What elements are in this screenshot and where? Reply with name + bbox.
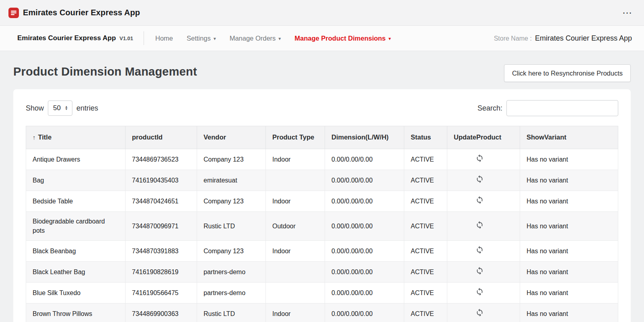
navbar-brand: Emirates Courier Express App <box>17 34 116 42</box>
cell-title: Bag <box>26 170 126 191</box>
table-row: Biodegradable cardboard pots 73448700969… <box>26 212 618 240</box>
cell-product-type: Indoor <box>266 240 325 261</box>
chevron-down-icon: ▾ <box>389 36 391 41</box>
cell-vendor: partners-demo <box>197 261 266 282</box>
chevron-down-icon: ▾ <box>214 36 216 41</box>
sync-icon[interactable] <box>475 154 484 162</box>
cell-product-id: 7344870424651 <box>126 191 197 211</box>
column-header-update-product[interactable]: UpdateProduct <box>447 126 520 149</box>
sync-icon[interactable] <box>475 196 484 204</box>
cell-dimension: 0.00/0.00/0.00 <box>325 261 404 282</box>
cell-update-product <box>447 240 520 261</box>
nav-item-home[interactable]: Home <box>155 35 173 42</box>
products-table: ↑Title productId Vendor Product Type Dim… <box>26 126 618 322</box>
cell-product-id: 7344870391883 <box>126 240 197 261</box>
column-header-product-type[interactable]: Product Type <box>266 126 325 149</box>
cell-dimension: 0.00/0.00/0.00 <box>325 240 404 261</box>
cell-update-product <box>447 149 520 170</box>
column-header-dimension[interactable]: Dimension(L/W/H) <box>325 126 404 149</box>
column-header-status[interactable]: Status <box>404 126 447 149</box>
nav-item-settings[interactable]: Settings ▾ <box>187 35 216 42</box>
cell-dimension: 0.00/0.00/0.00 <box>325 170 404 191</box>
overflow-menu-icon[interactable]: ⋯ <box>620 6 634 19</box>
cell-show-variant: Has no variant <box>520 212 618 240</box>
nav-item-manage-product-dimensions[interactable]: Manage Product Dimensions ▾ <box>294 35 391 42</box>
cell-dimension: 0.00/0.00/0.00 <box>325 282 404 303</box>
sync-icon[interactable] <box>475 221 484 229</box>
search-control: Search: <box>477 100 618 116</box>
main-content: Product Dimension Management Click here … <box>0 64 644 322</box>
cell-product-type <box>266 170 325 191</box>
nav-divider <box>144 31 144 45</box>
cell-product-type: Indoor <box>266 191 325 211</box>
cell-title: Black Beanbag <box>26 240 126 261</box>
cell-show-variant: Has no variant <box>520 240 618 261</box>
app-title: Emirates Courier Express App <box>23 8 140 17</box>
cell-status: ACTIVE <box>404 191 447 211</box>
cell-vendor: emiratesuat <box>197 170 266 191</box>
cell-update-product <box>447 304 520 322</box>
sync-icon[interactable] <box>475 175 484 183</box>
nav-item-manage-orders-label: Manage Orders <box>230 35 276 42</box>
navbar: Emirates Courier Express App V1.01 Home … <box>0 26 644 51</box>
sync-icon[interactable] <box>475 308 484 317</box>
app-logo-icon <box>8 8 19 18</box>
resync-products-button[interactable]: Click here to Resynchronise Products <box>504 64 631 82</box>
cell-update-product <box>447 191 520 211</box>
cell-update-product <box>447 261 520 282</box>
cell-product-type: Outdoor <box>266 212 325 240</box>
cell-dimension: 0.00/0.00/0.00 <box>325 149 404 170</box>
cell-status: ACTIVE <box>404 240 447 261</box>
column-header-title[interactable]: ↑Title <box>26 126 126 149</box>
table-row: Blue Silk Tuxedo 7416190566475 partners-… <box>26 282 618 303</box>
cell-status: ACTIVE <box>404 170 447 191</box>
topbar: Emirates Courier Express App ⋯ <box>0 0 644 26</box>
entries-label: entries <box>76 104 98 113</box>
column-header-vendor[interactable]: Vendor <box>197 126 266 149</box>
cell-vendor: partners-demo <box>197 282 266 303</box>
table-row: Bag 7416190435403 emiratesuat 0.00/0.00/… <box>26 170 618 191</box>
cell-product-id: 7416190566475 <box>126 282 197 303</box>
cell-dimension: 0.00/0.00/0.00 <box>325 191 404 211</box>
cell-update-product <box>447 170 520 191</box>
cell-product-type: Indoor <box>266 304 325 322</box>
show-label: Show <box>26 104 44 113</box>
chevron-down-icon: ▾ <box>278 36 281 41</box>
nav-item-home-label: Home <box>155 35 173 42</box>
column-header-show-variant[interactable]: ShowVariant <box>520 126 618 149</box>
cell-title: Blue Silk Tuxedo <box>26 282 126 303</box>
cell-product-id: 7344869736523 <box>126 149 197 170</box>
cell-status: ACTIVE <box>404 304 447 322</box>
table-row: Bedside Table 7344870424651 Company 123 … <box>26 191 618 211</box>
table-row: Black Leather Bag 7416190828619 partners… <box>26 261 618 282</box>
cell-status: ACTIVE <box>404 149 447 170</box>
sort-ascending-icon: ↑ <box>33 134 36 141</box>
cell-dimension: 0.00/0.00/0.00 <box>325 304 404 322</box>
sync-icon[interactable] <box>475 246 484 254</box>
entries-select[interactable]: 50 ▲▼ <box>48 100 72 116</box>
cell-update-product <box>447 212 520 240</box>
cell-show-variant: Has no variant <box>520 170 618 191</box>
search-input[interactable] <box>506 100 618 116</box>
table-row: Brown Throw Pillows 7344869900363 Rustic… <box>26 304 618 322</box>
entries-select-value: 50 <box>53 104 61 112</box>
cell-show-variant: Has no variant <box>520 191 618 211</box>
cell-status: ACTIVE <box>404 261 447 282</box>
table-row: Antique Drawers 7344869736523 Company 12… <box>26 149 618 170</box>
column-header-productid[interactable]: productId <box>126 126 197 149</box>
navbar-version: V1.01 <box>119 35 133 41</box>
page-title: Product Dimension Management <box>13 65 197 78</box>
cell-vendor: Rustic LTD <box>197 212 266 240</box>
sync-icon[interactable] <box>475 287 484 296</box>
select-arrows-icon: ▲▼ <box>65 106 68 111</box>
cell-show-variant: Has no variant <box>520 261 618 282</box>
cell-product-id: 7344869900363 <box>126 304 197 322</box>
cell-product-type <box>266 282 325 303</box>
store-name-area: Store Name : Emirates Courier Express Ap… <box>494 34 632 43</box>
page-head: Product Dimension Management Click here … <box>13 64 631 78</box>
entries-length-control: Show 50 ▲▼ entries <box>26 100 98 116</box>
cell-title: Black Leather Bag <box>26 261 126 282</box>
sync-icon[interactable] <box>475 267 484 275</box>
cell-vendor: Company 123 <box>197 149 266 170</box>
nav-item-manage-orders[interactable]: Manage Orders ▾ <box>230 35 281 42</box>
